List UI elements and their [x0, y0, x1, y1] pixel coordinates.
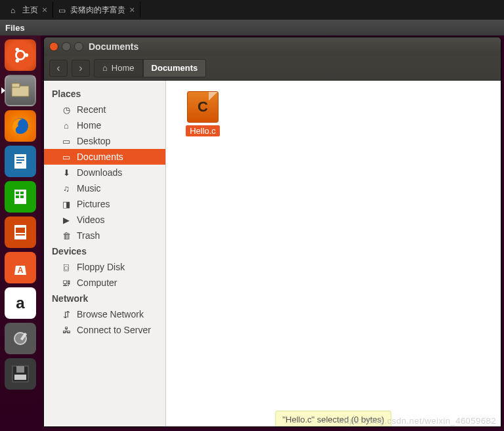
svg-point-2 — [16, 48, 20, 52]
sidebar-item-label: Videos — [77, 215, 105, 225]
sidebar-item-label: Home — [77, 120, 101, 131]
recent-icon: ◷ — [61, 104, 72, 115]
svg-rect-18 — [16, 234, 25, 236]
sidebar-item-label: Computer — [77, 277, 117, 288]
amazon-letter: a — [16, 294, 24, 312]
browser-tab-article[interactable]: ▭ 卖猪肉的李富贵 × — [53, 2, 140, 18]
browser-tab-home[interactable]: ⌂ 主页 × — [5, 2, 53, 18]
titlebar[interactable]: Documents — [44, 37, 501, 56]
home-icon: ⌂ — [61, 120, 72, 131]
sidebar-item-desktop[interactable]: ▭Desktop — [44, 133, 165, 149]
svg-rect-23 — [16, 366, 24, 373]
breadcrumb-label: Documents — [152, 63, 198, 73]
sidebar-item-trash[interactable]: 🗑Trash — [44, 228, 165, 243]
firefox-launcher-icon[interactable] — [5, 110, 36, 142]
settings-launcher-icon[interactable] — [5, 323, 36, 354]
svg-rect-24 — [14, 375, 26, 380]
sidebar-item-computer[interactable]: 🖳Computer — [44, 275, 165, 291]
status-bar: "Hello.c" selected (0 bytes) — [275, 411, 391, 427]
file-label: Hello.c — [186, 125, 220, 136]
sidebar-item-connect-to-server[interactable]: 🖧Connect to Server — [44, 322, 165, 338]
file-item[interactable]: C Hello.c — [177, 91, 229, 136]
sidebar-heading: Devices — [44, 243, 165, 259]
tab-label: 卖猪肉的李富贵 — [70, 5, 125, 16]
calc-launcher-icon[interactable] — [5, 181, 36, 213]
window-minimize-icon[interactable] — [62, 42, 71, 51]
svg-rect-7 — [14, 154, 26, 169]
toolbar: ‹ › ⌂ Home Documents — [44, 56, 501, 81]
sidebar-item-label: Pictures — [77, 199, 110, 209]
amazon-launcher-icon[interactable]: a — [5, 287, 36, 319]
svg-rect-5 — [12, 83, 20, 87]
sidebar-item-label: Music — [77, 183, 101, 194]
sidebar-item-label: Desktop — [77, 136, 110, 146]
sidebar-item-label: Floppy Disk — [77, 262, 125, 272]
status-text: "Hello.c" selected (0 bytes) — [282, 415, 384, 424]
sidebar-item-label: Recent — [77, 104, 106, 115]
svg-rect-10 — [16, 162, 22, 163]
svg-rect-14 — [16, 195, 19, 198]
browse-network-icon: ⇵ — [61, 309, 72, 319]
sidebar-item-downloads[interactable]: ⬇Downloads — [44, 165, 165, 180]
c-file-icon: C — [187, 91, 219, 123]
tab-label: 主页 — [22, 5, 38, 16]
sidebar-item-home[interactable]: ⌂Home — [44, 117, 165, 133]
disk-launcher-icon[interactable] — [5, 358, 36, 390]
sidebar-item-videos[interactable]: ▶Videos — [44, 212, 165, 228]
menu-files[interactable]: Files — [5, 23, 25, 33]
files-launcher-icon[interactable] — [5, 75, 36, 106]
downloads-icon: ⬇ — [61, 167, 72, 178]
breadcrumb-label: Home — [112, 63, 135, 73]
sidebar-item-label: Downloads — [77, 167, 122, 178]
breadcrumb-home[interactable]: ⌂ Home — [94, 59, 143, 77]
documents-icon: ▭ — [61, 152, 72, 162]
sidebar-item-label: Browse Network — [77, 309, 144, 319]
sidebar-item-label: Documents — [77, 152, 123, 162]
back-button[interactable]: ‹ — [49, 60, 68, 77]
breadcrumb: ⌂ Home Documents — [94, 59, 206, 77]
sidebar-heading: Network — [44, 291, 165, 306]
svg-point-3 — [16, 59, 20, 63]
close-icon[interactable]: × — [129, 5, 135, 15]
sidebar-item-documents[interactable]: ▭Documents — [44, 149, 165, 165]
file-manager-window: Documents ‹ › ⌂ Home Documents Places◷Re… — [43, 37, 501, 427]
svg-point-0 — [16, 51, 24, 59]
sidebar-item-browse-network[interactable]: ⇵Browse Network — [44, 306, 165, 322]
desktop-icon: ▭ — [61, 136, 72, 146]
writer-launcher-icon[interactable] — [5, 146, 36, 177]
sidebar-item-floppy-disk[interactable]: ⌼Floppy Disk — [44, 259, 165, 275]
content-area[interactable]: C Hello.c "Hello.c" selected (0 bytes) — [166, 81, 501, 426]
sidebar-item-pictures[interactable]: ◨Pictures — [44, 196, 165, 212]
pictures-icon: ◨ — [61, 199, 72, 209]
svg-rect-15 — [20, 195, 24, 198]
videos-icon: ▶ — [61, 215, 72, 225]
unity-launcher: A a — [0, 35, 41, 431]
dash-icon[interactable] — [5, 39, 36, 71]
svg-rect-12 — [16, 192, 19, 194]
window-title: Documents — [89, 41, 138, 52]
sidebar: Places◷Recent⌂Home▭Desktop▭Documents⬇Dow… — [44, 81, 166, 426]
close-icon[interactable]: × — [42, 5, 47, 15]
sidebar-item-recent[interactable]: ◷Recent — [44, 102, 165, 117]
svg-text:A: A — [18, 266, 24, 275]
forward-button[interactable]: › — [72, 60, 90, 77]
svg-point-1 — [25, 53, 29, 57]
unity-menu-bar: Files — [0, 20, 504, 35]
sidebar-item-label: Connect to Server — [77, 325, 151, 335]
svg-rect-8 — [16, 157, 24, 158]
svg-rect-13 — [20, 192, 24, 194]
impress-launcher-icon[interactable] — [5, 216, 36, 248]
software-launcher-icon[interactable]: A — [5, 252, 36, 283]
chevron-left-icon: ‹ — [56, 62, 60, 74]
home-icon: ⌂ — [10, 6, 18, 14]
home-icon: ⌂ — [102, 63, 108, 73]
chevron-right-icon: › — [79, 62, 82, 74]
window-close-icon[interactable] — [49, 42, 58, 51]
svg-rect-9 — [16, 159, 24, 161]
sidebar-item-music[interactable]: ♫Music — [44, 180, 165, 196]
breadcrumb-documents[interactable]: Documents — [143, 59, 207, 77]
window-maximize-icon[interactable] — [74, 42, 83, 51]
music-icon: ♫ — [61, 183, 72, 194]
sidebar-item-label: Trash — [77, 230, 100, 241]
trash-icon: 🗑 — [61, 230, 72, 241]
